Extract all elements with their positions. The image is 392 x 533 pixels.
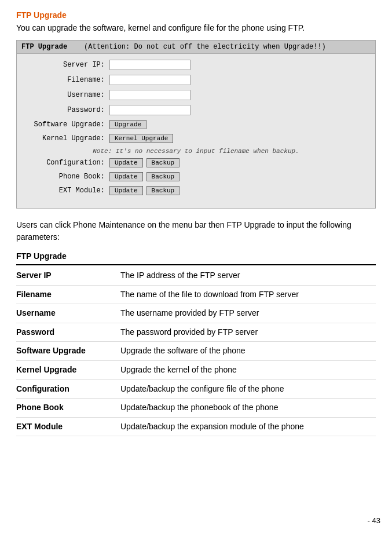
- filename-input[interactable]: [109, 75, 190, 85]
- filename-row: Filename:: [28, 75, 364, 85]
- software-upgrade-label: Software Upgrade:: [28, 121, 109, 129]
- param-cell: Kernel Upgrade: [16, 360, 120, 379]
- intro-text: You can upgrade the software, kernel and…: [16, 22, 376, 34]
- ftp-box-header: FTP Upgrade (Attention: Do not cut off t…: [17, 41, 375, 54]
- kernel-upgrade-button[interactable]: Kernel Upgrade: [109, 134, 173, 143]
- param-cell: Configuration: [16, 379, 120, 399]
- table-row: Software Upgrade Upgrade the software of…: [16, 342, 376, 361]
- param-cell: Phone Book: [16, 399, 120, 418]
- kernel-upgrade-label: Kernel Upgrade:: [28, 134, 109, 143]
- configuration-backup-button[interactable]: Backup: [146, 158, 180, 167]
- ext-module-label: EXT Module:: [28, 187, 109, 195]
- param-cell: Filename: [16, 285, 120, 304]
- ftp-box-header-notice: (Attention: Do not cut off the electrici…: [84, 43, 326, 51]
- username-label: Username:: [28, 91, 109, 99]
- ftp-box-header-title: FTP Upgrade: [21, 43, 67, 51]
- desc-cell: The username provided by FTP server: [120, 304, 376, 323]
- param-cell: Software Upgrade: [16, 342, 120, 361]
- param-cell: Username: [16, 304, 120, 323]
- kernel-upgrade-row: Kernel Upgrade: Kernel Upgrade: [28, 134, 364, 143]
- desc-cell: Upgrade the kernel of the phone: [120, 360, 376, 379]
- note-text: Note: It's no necessary to input filenam…: [28, 148, 364, 155]
- configuration-label: Configuration:: [28, 159, 109, 167]
- configuration-row: Configuration: Update Backup: [28, 158, 364, 167]
- software-upgrade-row: Software Upgrade: Upgrade: [28, 120, 364, 129]
- table-row: Username The username provided by FTP se…: [16, 304, 376, 323]
- desc-cell: Update/backup the expansion module of th…: [120, 417, 376, 436]
- software-upgrade-button[interactable]: Upgrade: [109, 120, 146, 129]
- server-ip-label: Server IP:: [28, 61, 109, 69]
- filename-label: Filename:: [28, 76, 109, 84]
- desc-cell: Upgrade the software of the phone: [120, 342, 376, 361]
- phone-book-backup-button[interactable]: Backup: [146, 172, 180, 181]
- table-row: Password The password provided by FTP se…: [16, 323, 376, 342]
- ext-module-backup-button[interactable]: Backup: [146, 186, 180, 195]
- table-title: FTP Upgrade: [16, 251, 376, 265]
- ext-module-row: EXT Module: Update Backup: [28, 186, 364, 195]
- table-row: Filename The name of the file to downloa…: [16, 285, 376, 304]
- page-number: - 43: [368, 516, 380, 525]
- phone-book-row: Phone Book: Update Backup: [28, 172, 364, 181]
- phone-book-update-button[interactable]: Update: [109, 172, 143, 181]
- table-row: Configuration Update/backup the configur…: [16, 379, 376, 399]
- desc-cell: Update/backup the configure file of the …: [120, 379, 376, 399]
- ftp-upgrade-box: FTP Upgrade (Attention: Do not cut off t…: [16, 40, 376, 209]
- param-table: Server IP The IP address of the FTP serv…: [16, 266, 376, 436]
- table-row: Phone Book Update/backup the phonebook o…: [16, 399, 376, 418]
- description-text: Users can click Phone Maintenance on the…: [16, 219, 376, 243]
- table-row: Kernel Upgrade Upgrade the kernel of the…: [16, 360, 376, 379]
- desc-cell: The IP address of the FTP server: [120, 266, 376, 285]
- password-row: Password:: [28, 105, 364, 115]
- param-cell: EXT Module: [16, 417, 120, 436]
- server-ip-input[interactable]: [109, 60, 190, 70]
- ext-module-update-button[interactable]: Update: [109, 186, 143, 195]
- page-title: FTP Upgrade: [16, 10, 376, 20]
- desc-cell: The password provided by FTP server: [120, 323, 376, 342]
- password-input[interactable]: [109, 105, 190, 115]
- phone-book-label: Phone Book:: [28, 173, 109, 181]
- table-row: EXT Module Update/backup the expansion m…: [16, 417, 376, 436]
- desc-cell: The name of the file to download from FT…: [120, 285, 376, 304]
- param-cell: Server IP: [16, 266, 120, 285]
- username-input[interactable]: [109, 90, 190, 100]
- password-label: Password:: [28, 106, 109, 114]
- desc-cell: Update/backup the phonebook of the phone: [120, 399, 376, 418]
- param-cell: Password: [16, 323, 120, 342]
- username-row: Username:: [28, 90, 364, 100]
- table-row: Server IP The IP address of the FTP serv…: [16, 266, 376, 285]
- configuration-update-button[interactable]: Update: [109, 158, 143, 167]
- ftp-box-body: Server IP: Filename: Username: Password:…: [17, 54, 375, 208]
- server-ip-row: Server IP:: [28, 60, 364, 70]
